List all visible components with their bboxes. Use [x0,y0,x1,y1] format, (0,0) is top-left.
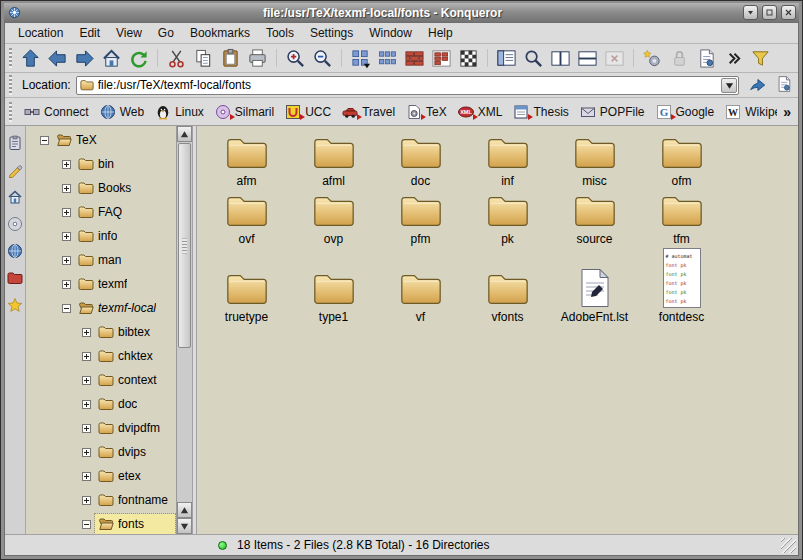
expander-icon[interactable] [82,424,91,433]
tree-item-body[interactable]: dvips [95,442,175,462]
bookmark-overflow-chevron[interactable]: » [780,104,794,120]
tree-item[interactable]: doc [26,392,176,416]
bookmark-item[interactable]: Thesis [509,102,572,122]
expander-icon[interactable] [62,304,71,313]
tree-item-body[interactable]: fontname [95,490,175,510]
konqueror-app-icon[interactable] [7,5,22,20]
paste-button[interactable] [217,46,244,71]
show-navigation-panel-button[interactable] [493,46,520,71]
zoom-in-button[interactable] [282,46,309,71]
icon-view[interactable]: afm afml doc [197,126,798,534]
file-item[interactable]: vfonts [485,268,531,326]
expander-icon[interactable] [62,208,71,217]
toolbar-handle[interactable] [9,48,12,68]
file-item[interactable]: pk [485,190,531,248]
mixed-view-button[interactable] [455,46,482,71]
tree-item-body[interactable]: bibtex [95,322,175,342]
menu-item[interactable]: Edit [72,24,107,42]
find-file-button[interactable] [520,46,547,71]
tree-item[interactable]: man [26,248,176,272]
bookmark-toolbar-handle[interactable] [9,102,12,122]
bookmark-item[interactable]: UCC [281,102,335,122]
file-item[interactable]: doc [398,132,444,190]
tree-item[interactable]: texmf [26,272,176,296]
location-combobox[interactable] [76,76,739,95]
tree-item[interactable]: bin [26,152,176,176]
location-input[interactable] [98,78,717,92]
file-item[interactable]: tfm [659,190,705,248]
bookmark-item[interactable]: Travel [338,102,399,122]
expander-icon[interactable] [40,136,49,145]
menu-item[interactable]: Bookmarks [183,24,257,42]
tree-item-body[interactable]: texmf [75,274,175,294]
tree-item-body[interactable]: FAQ [75,202,175,222]
tree-item-body[interactable]: texmf-local [75,298,175,318]
reload-button[interactable] [125,46,152,71]
file-item[interactable]: type1 [311,268,357,326]
expander-icon[interactable] [82,520,91,529]
file-item[interactable]: AdobeFnt.lst [561,268,628,326]
location-toolbar-handle[interactable] [9,75,12,95]
bookmark-item[interactable]: Connect [20,102,93,122]
filter-button[interactable] [747,46,774,71]
expander-icon[interactable] [82,352,91,361]
sidebar-module-home[interactable] [7,188,24,205]
menu-item[interactable]: View [109,24,149,42]
file-item[interactable]: source [572,190,618,248]
expander-icon[interactable] [82,400,91,409]
tree-item[interactable]: Books [26,176,176,200]
sidebar-module-history[interactable] [7,161,24,178]
tree-item[interactable]: fonts [26,512,176,534]
sidebar-module-bookmarks[interactable] [7,296,24,313]
tree-item[interactable]: chktex [26,344,176,368]
expander-icon[interactable] [62,184,71,193]
sidebar-module-root[interactable] [7,269,24,286]
split-view-top-bottom-button[interactable] [574,46,601,71]
tree-item-body[interactable]: doc [95,394,175,414]
scroll-up-button[interactable] [177,126,192,142]
bookmark-item[interactable]: Google [652,102,719,122]
print-button[interactable] [244,46,271,71]
titlebar[interactable]: file:/usr/TeX/texmf-local/fonts - Konque… [4,3,799,22]
scroll-down-button[interactable] [177,518,192,534]
tree-item-body[interactable]: dvipdfm [95,418,175,438]
sidebar-module-devices[interactable] [7,215,24,232]
menu-item[interactable]: Tools [259,24,301,42]
tree-item[interactable]: fontname [26,488,176,512]
tree-item-body[interactable]: context [95,370,175,390]
tree-item-body[interactable]: etex [95,466,175,486]
file-item[interactable]: ovf [224,190,270,248]
bookmark-item[interactable]: Web [96,102,148,122]
tree-item-body[interactable]: bin [75,154,175,174]
bookmark-item[interactable]: XML [454,102,507,122]
bookmark-item[interactable]: POPFile [576,102,649,122]
file-item[interactable]: afml [311,132,357,190]
text-view-button[interactable] [428,46,455,71]
menu-item[interactable]: Location [11,24,70,42]
file-item[interactable]: pfm [398,190,444,248]
tree-item[interactable]: bibtex [26,320,176,344]
customize-button[interactable] [639,46,666,71]
tree-scrollbar[interactable] [176,126,192,534]
bookmark-item[interactable]: TeX [402,102,451,122]
detailed-list-view-button[interactable] [401,46,428,71]
location-extension-button[interactable] [775,75,793,96]
file-item[interactable]: afm [224,132,270,190]
zoom-out-button[interactable] [309,46,336,71]
tree-item-body[interactable]: fonts [95,514,175,534]
expander-icon[interactable] [62,232,71,241]
scroll-up-button-2[interactable] [177,502,192,518]
maximize-button[interactable] [762,5,777,20]
tree-item-body[interactable]: info [75,226,175,246]
document-button[interactable] [693,46,720,71]
expander-icon[interactable] [62,280,71,289]
tree-item-body[interactable]: Books [75,178,175,198]
resize-grip[interactable] [781,538,796,553]
tree-item[interactable]: info [26,224,176,248]
back-button[interactable] [44,46,71,71]
sidebar-module-clipboard[interactable] [7,134,24,151]
tree-item-body[interactable]: TeX [53,130,175,150]
file-item[interactable]: inf [485,132,531,190]
cut-button[interactable] [163,46,190,71]
expander-icon[interactable] [82,376,91,385]
